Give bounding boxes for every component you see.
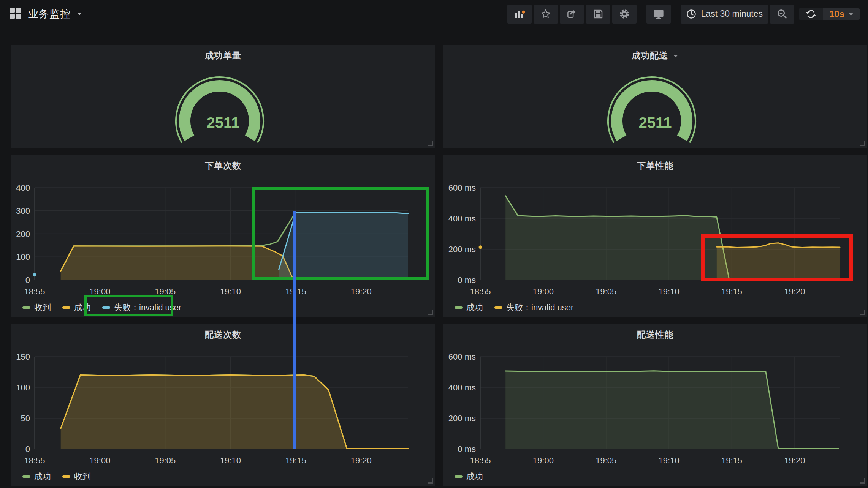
svg-text:18:55: 18:55 [470,287,491,296]
svg-text:50: 50 [21,414,30,423]
panel-menu-caret-icon[interactable] [673,55,678,57]
svg-text:19:20: 19:20 [351,287,372,296]
tv-mode-button[interactable] [646,5,671,24]
legend-swatch-icon [494,306,502,309]
panel-success-delivery: 成功配送 2511 [443,45,867,148]
chart-legend: 成功失败：invalid user [455,302,573,313]
svg-text:600 ms: 600 ms [448,183,476,193]
svg-text:0: 0 [25,275,30,285]
svg-text:200 ms: 200 ms [448,245,476,254]
panel-resize-handle[interactable] [428,478,433,484]
gauge [166,76,273,152]
legend-label: 成功 [466,302,483,313]
svg-text:19:00: 19:00 [533,287,554,296]
legend-item[interactable]: 成功 [22,471,51,482]
monitor-icon [653,8,665,20]
timeseries-chart: 0 ms200 ms400 ms600 ms18:5519:0019:0519:… [443,324,867,486]
save-icon [592,8,604,20]
timeseries-chart: 010020030040018:5519:0019:0519:1019:1519… [11,155,435,317]
panel-title[interactable]: 成功配送 [443,50,867,62]
svg-text:19:10: 19:10 [220,456,241,465]
svg-text:19:10: 19:10 [659,287,680,296]
panel-resize-handle[interactable] [860,478,865,484]
zoom-out-button[interactable] [770,5,794,24]
legend-label: 成功 [74,302,91,313]
dashboard-grid-icon[interactable] [8,6,22,22]
svg-text:19:05: 19:05 [596,287,616,296]
timeseries-chart: 0 ms200 ms400 ms600 ms18:5519:0019:0519:… [443,155,867,317]
svg-text:100: 100 [16,252,30,262]
svg-text:19:15: 19:15 [721,456,742,465]
svg-text:0 ms: 0 ms [458,444,476,454]
panel-resize-handle[interactable] [860,310,865,315]
time-range-label: Last 30 minutes [701,9,763,19]
svg-text:19:20: 19:20 [351,456,372,465]
add-panel-icon [514,8,525,20]
dashboard: 业务监控 [0,0,868,488]
refresh-icon [805,8,817,20]
legend-swatch-icon [62,475,70,478]
svg-text:300: 300 [16,206,30,216]
svg-text:100: 100 [16,383,30,392]
time-range-button[interactable]: Last 30 minutes [681,5,768,24]
svg-text:19:00: 19:00 [533,456,554,465]
legend-swatch-icon [22,475,30,478]
legend-item[interactable]: 收到 [62,471,91,482]
refresh-interval-caret-icon [848,13,854,16]
legend-item[interactable]: 失败：invalid user [102,302,181,313]
legend-item[interactable]: 成功 [455,302,483,313]
legend-label: 成功 [34,471,51,482]
svg-text:19:05: 19:05 [155,287,176,296]
svg-text:0: 0 [25,444,30,454]
settings-button[interactable] [612,5,637,24]
svg-text:19:00: 19:00 [89,456,110,465]
legend-item[interactable]: 收到 [22,302,51,313]
legend-swatch-icon [455,475,463,478]
refresh-group: 10s [799,8,860,20]
legend-swatch-icon [62,306,70,309]
svg-text:200 ms: 200 ms [448,414,476,423]
panel-order-count: 下单次数 010020030040018:5519:0019:0519:1019… [11,155,435,317]
svg-text:19:15: 19:15 [285,456,306,465]
legend-item[interactable]: 失败：invalid user [494,302,573,313]
dashboard-title[interactable]: 业务监控 [28,7,71,21]
refresh-button[interactable] [799,8,823,20]
legend-label: 成功 [466,471,483,482]
svg-text:400: 400 [16,183,30,193]
navbar: 业务监控 [0,0,868,28]
svg-text:19:10: 19:10 [220,287,241,296]
panel-resize-handle[interactable] [428,141,433,146]
gauge-value: 2511 [443,114,867,131]
gear-icon [619,8,630,20]
svg-text:19:20: 19:20 [784,287,805,296]
panel-resize-handle[interactable] [428,310,433,315]
clock-icon [686,9,697,19]
add-panel-button[interactable] [507,5,532,24]
svg-text:0 ms: 0 ms [458,275,476,285]
share-icon [566,8,578,20]
panel-resize-handle[interactable] [860,141,865,146]
svg-text:18:55: 18:55 [24,287,45,296]
dashboard-switch-caret-icon[interactable] [78,13,82,15]
star-button[interactable] [534,5,558,24]
svg-text:600 ms: 600 ms [448,352,476,362]
save-button[interactable] [586,5,610,24]
legend-item[interactable]: 成功 [62,302,91,313]
refresh-interval-select[interactable]: 10s [823,8,860,20]
legend-label: 收到 [74,471,91,482]
panel-success-orders: 成功单量 2511 [11,45,435,148]
legend-item[interactable]: 成功 [455,471,483,482]
legend-label: 收到 [34,302,51,313]
svg-text:400 ms: 400 ms [448,383,476,392]
svg-text:150: 150 [16,352,30,362]
gauge [599,76,705,152]
svg-text:200: 200 [16,229,30,239]
panel-order-perf: 下单性能 0 ms200 ms400 ms600 ms18:5519:0019:… [443,155,867,317]
panel-delivery-perf: 配送性能 0 ms200 ms400 ms600 ms18:5519:0019:… [443,324,867,486]
panel-title[interactable]: 成功单量 [11,50,435,62]
share-button[interactable] [560,5,584,24]
svg-text:19:15: 19:15 [721,287,742,296]
chart-legend: 成功 [455,471,483,482]
chart-legend: 成功收到 [22,471,91,482]
gauge-value: 2511 [11,114,435,131]
